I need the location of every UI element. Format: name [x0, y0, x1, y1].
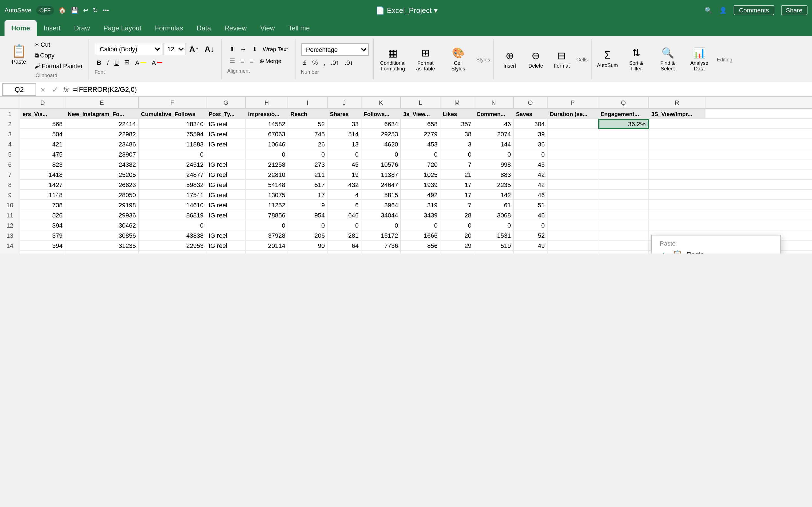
cell[interactable]: 2235: [474, 180, 514, 190]
col-header-q[interactable]: Q: [598, 97, 649, 108]
cell[interactable]: 4: [327, 190, 361, 200]
col-header-o[interactable]: O: [514, 97, 548, 108]
cell[interactable]: 10646: [246, 139, 288, 149]
cell[interactable]: [206, 149, 246, 159]
cell[interactable]: 36.2%: [598, 119, 649, 129]
cell[interactable]: [548, 240, 598, 251]
sum-button[interactable]: Σ AutoSum: [596, 48, 619, 69]
cell[interactable]: 24512: [139, 159, 206, 170]
cell[interactable]: 526: [20, 210, 65, 220]
increase-decimal-button[interactable]: .0↑: [328, 58, 341, 67]
cell[interactable]: 29198: [65, 200, 139, 210]
redo-icon[interactable]: ↻: [93, 6, 98, 14]
cell[interactable]: 1029: [401, 251, 441, 253]
cell[interactable]: 1531: [474, 230, 514, 240]
cell[interactable]: 36: [514, 139, 548, 149]
cell[interactable]: 2779: [401, 129, 441, 139]
cell[interactable]: 0: [139, 149, 206, 159]
more-icon[interactable]: •••: [102, 7, 109, 13]
cell[interactable]: IG reel: [206, 180, 246, 190]
cell[interactable]: 432: [327, 180, 361, 190]
cell[interactable]: 38: [441, 129, 474, 139]
cell[interactable]: IG reel: [206, 230, 246, 240]
cell[interactable]: 15: [441, 251, 474, 253]
cell[interactable]: 17: [441, 190, 474, 200]
share-button[interactable]: Share: [781, 5, 808, 15]
cell[interactable]: 60: [514, 251, 548, 253]
align-top-button[interactable]: ⬆: [227, 44, 237, 54]
formula-input[interactable]: [71, 83, 810, 96]
cell[interactable]: 0: [139, 220, 206, 230]
paste-button[interactable]: 📋 Paste: [8, 44, 30, 66]
cell[interactable]: 19: [327, 170, 361, 180]
cell[interactable]: 517: [288, 180, 327, 190]
cell[interactable]: [598, 149, 649, 159]
cell[interactable]: ers_Vis...: [20, 109, 65, 119]
cell[interactable]: IG reel: [206, 240, 246, 251]
delete-cells-button[interactable]: ⊖ Delete: [524, 48, 547, 69]
col-header-h[interactable]: H: [246, 97, 288, 108]
cell[interactable]: 1666: [401, 230, 441, 240]
col-header-e[interactable]: E: [65, 97, 139, 108]
paste-checkmark-item[interactable]: ✓ 📋 Paste: [652, 248, 780, 253]
cell[interactable]: 29936: [65, 210, 139, 220]
cell[interactable]: 6634: [361, 119, 401, 129]
cell[interactable]: 43838: [139, 230, 206, 240]
underline-button[interactable]: U: [112, 58, 121, 67]
cell[interactable]: 0: [441, 220, 474, 230]
cell[interactable]: 1418: [20, 170, 65, 180]
cell[interactable]: IG reel: [206, 119, 246, 129]
cell[interactable]: 3s_View...: [401, 109, 441, 119]
cell[interactable]: [548, 200, 598, 210]
cell[interactable]: 67063: [246, 129, 288, 139]
cell[interactable]: 26623: [65, 180, 139, 190]
cell[interactable]: 59832: [139, 180, 206, 190]
cell[interactable]: 475: [20, 149, 65, 159]
cell[interactable]: 0: [441, 149, 474, 159]
cell[interactable]: 7736: [361, 240, 401, 251]
cell[interactable]: 1025: [401, 170, 441, 180]
cell[interactable]: 15172: [361, 230, 401, 240]
cell[interactable]: 29253: [361, 129, 401, 139]
cell[interactable]: [598, 190, 649, 200]
cell[interactable]: 177: [288, 251, 327, 253]
cell[interactable]: 2074: [474, 129, 514, 139]
cell[interactable]: 78856: [246, 210, 288, 220]
merge-centre-button[interactable]: ⊕ Merge: [257, 57, 284, 65]
cell[interactable]: 304: [514, 119, 548, 129]
cell[interactable]: 0: [514, 149, 548, 159]
cell[interactable]: 514: [327, 129, 361, 139]
font-family-select[interactable]: Calibri (Body): [95, 43, 162, 55]
cell[interactable]: [598, 200, 649, 210]
cell[interactable]: 379: [20, 230, 65, 240]
col-header-m[interactable]: M: [441, 97, 474, 108]
col-header-k[interactable]: K: [361, 97, 401, 108]
cell[interactable]: 45: [514, 159, 548, 170]
cell[interactable]: 42: [514, 170, 548, 180]
cell[interactable]: 425: [20, 251, 65, 253]
align-bottom-button[interactable]: ⬇: [250, 44, 259, 54]
align-middle-button[interactable]: ↔: [238, 45, 249, 54]
cell[interactable]: 7: [441, 159, 474, 170]
align-left-button[interactable]: ☰: [227, 56, 238, 66]
cell[interactable]: 1148: [20, 190, 65, 200]
tab-review[interactable]: Review: [218, 20, 253, 36]
cell[interactable]: [548, 190, 598, 200]
cell[interactable]: Likes: [441, 109, 474, 119]
cell[interactable]: 75594: [139, 129, 206, 139]
cell[interactable]: 46: [474, 119, 514, 129]
cell[interactable]: [548, 159, 598, 170]
cell[interactable]: IG reel: [206, 190, 246, 200]
cell[interactable]: 568: [20, 119, 65, 129]
cell[interactable]: 658: [401, 119, 441, 129]
cell[interactable]: [548, 180, 598, 190]
profile-icon[interactable]: 👤: [719, 6, 727, 14]
cell[interactable]: [598, 251, 649, 253]
cell[interactable]: [598, 180, 649, 190]
cell[interactable]: 998: [474, 159, 514, 170]
cell[interactable]: [598, 139, 649, 149]
copy-button[interactable]: ⧉ Copy: [32, 50, 85, 60]
cell[interactable]: 25205: [65, 170, 139, 180]
cell[interactable]: 3439: [401, 210, 441, 220]
cell[interactable]: 11252: [246, 200, 288, 210]
